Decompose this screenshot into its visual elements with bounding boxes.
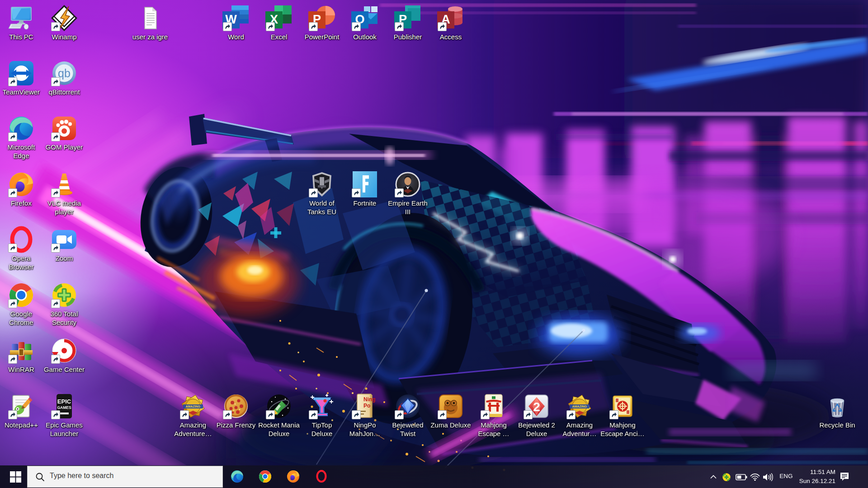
- svg-text:2: 2: [533, 400, 540, 414]
- svg-text:AMAZING: AMAZING: [572, 405, 587, 408]
- svg-text:EPIC: EPIC: [57, 398, 71, 405]
- svg-text:GAMES: GAMES: [57, 405, 71, 410]
- svg-text:Ning: Ning: [363, 396, 376, 403]
- svg-text:AMAZING: AMAZING: [186, 405, 201, 408]
- svg-text:Po: Po: [363, 403, 370, 409]
